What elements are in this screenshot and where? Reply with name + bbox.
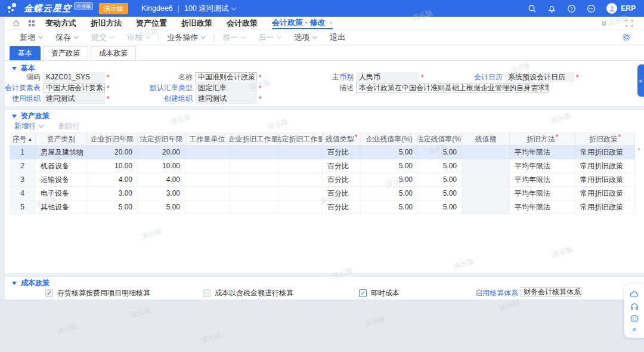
column-header-法定折旧工作量[interactable]: 法定折旧工作量 (277, 133, 323, 146)
user-avatar[interactable] (606, 3, 617, 14)
grid-scroll-up-icon[interactable]: ▲ (637, 146, 641, 150)
table-row[interactable]: 2机器设备10.0010.00百分比5.005.00平均年限法常用折旧政策 (10, 159, 635, 173)
name-field[interactable]: 中国准则会计政策CN* (195, 72, 262, 82)
grid-cell[interactable]: 百分比 (323, 200, 361, 214)
tab-close-icon[interactable]: × (329, 19, 333, 26)
grid-cell[interactable]: 5.00 (361, 159, 418, 173)
grid-cell[interactable]: 5.00 (418, 187, 462, 200)
grid-cell[interactable] (462, 187, 510, 200)
grid-cell[interactable]: 其他设备 (36, 200, 87, 214)
grid-cell[interactable]: 5.00 (361, 173, 418, 187)
fullscreen-icon[interactable] (625, 19, 633, 27)
settings-gear-icon[interactable] (622, 33, 631, 42)
form-tab-资产政策[interactable]: 资产政策 (43, 46, 88, 60)
grid-cell[interactable]: 4.00 (138, 173, 185, 187)
grid-cell[interactable]: 常用折旧政策 (575, 200, 635, 214)
row-number-cell[interactable]: 4 (10, 187, 36, 200)
grid-cell[interactable] (462, 200, 510, 214)
notification-bell-icon[interactable] (547, 4, 556, 13)
toolbar-button-退出[interactable]: 退出 (323, 32, 352, 43)
grid-cell[interactable] (462, 159, 510, 173)
org-caret-icon[interactable] (231, 5, 236, 10)
grid-cell[interactable]: 5.00 (418, 146, 462, 159)
grid-cell[interactable]: 房屋及建筑物 (36, 146, 87, 159)
checkbox-即时成本[interactable]: ✓即时成本 (359, 288, 400, 298)
doc-tab-会计政策[interactable]: 会计政策 (227, 17, 258, 29)
grid-cell[interactable]: 运输设备 (36, 173, 87, 187)
grid-cell[interactable]: 机器设备 (36, 159, 87, 173)
grid-cell[interactable]: 百分比 (323, 173, 361, 187)
grid-cell[interactable]: 4.00 (87, 173, 138, 187)
toolbar-button-新增[interactable]: 新增 (13, 32, 49, 43)
grid-cell[interactable] (462, 173, 510, 187)
table-row[interactable]: 1房屋及建筑物20.0020.00百分比5.005.00平均年限法常用折旧政策 (10, 146, 635, 159)
org-switcher[interactable]: 100 速同测试 (184, 4, 228, 14)
grid-cell[interactable]: 5.00 (87, 200, 138, 214)
checkbox-box[interactable]: ✓ (359, 289, 367, 297)
grid-cell[interactable]: 5.00 (361, 146, 418, 159)
row-number-cell[interactable]: 1 (10, 146, 36, 159)
column-header-资产类别[interactable]: 资产类别 (36, 133, 87, 146)
lookup-magnifier-icon[interactable] (581, 289, 581, 295)
column-header-序号[interactable]: 序号▲ (10, 133, 36, 146)
grid-cell[interactable]: 20.00 (87, 146, 138, 159)
grid-cell[interactable]: 5.00 (361, 187, 418, 200)
grid-cell[interactable]: 10.00 (87, 159, 138, 173)
column-header-企业折旧工作量[interactable]: 企业折旧工作量 (230, 133, 277, 146)
grid-cell[interactable] (277, 173, 323, 187)
grid-cell[interactable]: 平均年限法 (510, 187, 575, 200)
accounting-system-field[interactable]: 财务会计核算体系 (521, 287, 581, 297)
name-value[interactable]: 中国准则会计政策 (198, 73, 255, 82)
grid-cell[interactable] (185, 173, 230, 187)
element-table-label[interactable]: 会计要素表 (5, 83, 41, 93)
row-number-cell[interactable]: 3 (10, 173, 36, 187)
grid-cell[interactable]: 平均年限法 (510, 173, 575, 187)
create-org-label[interactable]: 创建组织 (107, 94, 193, 104)
grid-cell[interactable] (277, 187, 323, 200)
grid-cell[interactable]: 百分比 (323, 159, 361, 173)
column-header-法定残值率(%)[interactable]: 法定残值率(%) (418, 133, 462, 146)
grid-cell[interactable]: 5.00 (138, 200, 185, 214)
grid-cell[interactable] (185, 200, 230, 214)
grid-cell[interactable]: 电子设备 (36, 187, 87, 200)
table-row[interactable]: 5其他设备5.005.00百分比5.005.00平均年限法常用折旧政策 (10, 200, 635, 214)
table-row[interactable]: 3运输设备4.004.00百分比5.005.00平均年限法常用折旧政策 (10, 173, 635, 187)
grid-cell[interactable] (462, 146, 510, 159)
grid-cell[interactable]: 常用折旧政策 (575, 146, 635, 159)
column-header-折旧方法[interactable]: 折旧方法* (510, 133, 575, 146)
column-header-工作量单位[interactable]: 工作量单位 (185, 133, 230, 146)
grid-cell[interactable] (277, 200, 323, 214)
grid-cell[interactable]: 5.00 (361, 200, 418, 214)
grid-cell[interactable] (185, 146, 230, 159)
calendar-label[interactable]: 会计日历 (441, 72, 503, 82)
grid-cell[interactable] (185, 187, 230, 200)
cost-section-header[interactable]: 成本政策 (12, 278, 49, 288)
grid-cell[interactable]: 5.00 (418, 159, 462, 173)
grid-cell[interactable]: 3.00 (87, 187, 138, 200)
doc-tab-会计政策 - 修改[interactable]: 会计政策 - 修改× (272, 17, 333, 29)
column-header-残值额[interactable]: 残值额 (462, 133, 510, 146)
element-table-value[interactable]: 中国大陆会计要素表 (46, 84, 105, 92)
grid-cell[interactable] (277, 146, 323, 159)
column-header-企业残值率(%)[interactable]: 企业残值率(%) (361, 133, 418, 146)
main-currency-label[interactable]: 主币别 (286, 72, 354, 82)
help-icon[interactable]: ? (567, 4, 576, 13)
assistant-icon[interactable] (587, 4, 596, 13)
panel-collapse-tab[interactable]: « (637, 64, 644, 97)
column-header-法定折旧年限[interactable]: 法定折旧年限 (138, 133, 185, 146)
grid-cell[interactable] (230, 187, 277, 200)
grid-action-新增行[interactable]: 新增行 (14, 121, 43, 131)
row-number-cell[interactable]: 2 (10, 159, 36, 173)
grid-cell[interactable] (230, 146, 277, 159)
home-icon[interactable] (12, 19, 20, 27)
grid-cell[interactable]: 百分比 (323, 187, 361, 200)
grid-cell[interactable]: 平均年限法 (510, 200, 575, 214)
column-header-折旧政策[interactable]: 折旧政策* (575, 133, 635, 146)
smiley-icon[interactable] (630, 314, 639, 323)
grid-cell[interactable]: 10.00 (138, 159, 185, 173)
username[interactable]: ERP (621, 4, 636, 13)
grid-cell[interactable]: 20.00 (138, 146, 185, 159)
grid-cell[interactable]: 5.00 (418, 200, 462, 214)
grid-cell[interactable]: 常用折旧政策 (575, 173, 635, 187)
more-icon[interactable]: » (632, 326, 636, 332)
